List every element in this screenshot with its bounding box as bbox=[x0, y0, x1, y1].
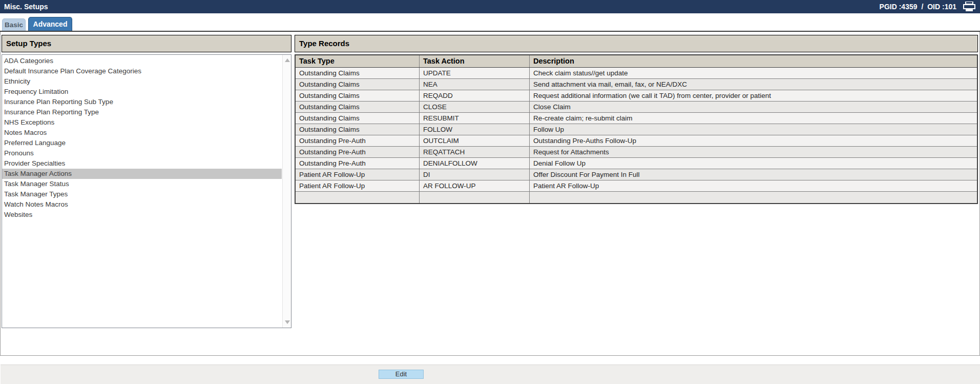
type-record-cell: Patient AR Follow-Up bbox=[296, 180, 420, 191]
content-area: Setup Types ADA CategoriesDefault Insura… bbox=[0, 32, 980, 356]
setup-types-list: ADA CategoriesDefault Insurance Plan Cov… bbox=[2, 56, 282, 220]
type-records-header: Type Records bbox=[295, 35, 978, 52]
type-record-cell: REQADD bbox=[420, 90, 530, 101]
tab-basic[interactable]: Basic bbox=[2, 18, 26, 31]
type-record-cell: Re-create claim; re-submit claim bbox=[530, 113, 977, 124]
type-record-cell: Close Claim bbox=[530, 102, 977, 112]
type-record-cell: Outstanding Claims bbox=[296, 113, 420, 124]
type-record-cell: Outstanding Claims bbox=[296, 102, 420, 112]
setup-type-item[interactable]: Task Manager Actions bbox=[2, 169, 282, 179]
type-record-cell: FOLLOW bbox=[420, 124, 530, 135]
type-record-row[interactable]: Patient AR Follow-UpAR FOLLOW-UPPatient … bbox=[296, 180, 977, 192]
setup-type-item[interactable]: Insurance Plan Reporting Sub Type bbox=[2, 97, 282, 107]
type-record-cell bbox=[296, 192, 420, 203]
type-record-row[interactable] bbox=[296, 192, 977, 203]
setup-type-item[interactable]: Preferred Language bbox=[2, 138, 282, 148]
type-record-row[interactable]: Outstanding Pre-AuthOUTCLAIMOutstanding … bbox=[296, 135, 977, 147]
printer-icon[interactable] bbox=[963, 2, 976, 12]
type-record-row[interactable]: Outstanding Pre-AuthREQATTACHRequest for… bbox=[296, 147, 977, 158]
column-header-description: Description bbox=[530, 55, 977, 67]
type-record-cell: Outstanding Claims bbox=[296, 124, 420, 135]
type-record-cell: Outstanding Claims bbox=[296, 90, 420, 101]
type-record-cell bbox=[420, 192, 530, 203]
setup-type-item[interactable]: Ethnicity bbox=[2, 76, 282, 87]
setup-types-listbox[interactable]: ADA CategoriesDefault Insurance Plan Cov… bbox=[2, 54, 291, 328]
oid-value: OID :101 bbox=[927, 3, 956, 11]
type-record-cell: Outstanding Claims bbox=[296, 68, 420, 78]
setup-type-item[interactable]: Default Insurance Plan Coverage Categori… bbox=[2, 66, 282, 76]
type-record-cell: Send attachment via mail, email, fax, or… bbox=[530, 79, 977, 90]
session-ids: PGID :4359 / OID :101 bbox=[879, 3, 957, 11]
scroll-up-icon[interactable] bbox=[285, 58, 290, 62]
type-record-cell: Request for Attachments bbox=[530, 147, 977, 157]
type-record-cell: Denial Follow Up bbox=[530, 158, 977, 169]
type-record-cell: RESUBMIT bbox=[420, 113, 530, 124]
setup-type-item[interactable]: Watch Notes Macros bbox=[2, 199, 282, 210]
scroll-down-icon[interactable] bbox=[285, 320, 290, 324]
setup-type-item[interactable]: NHS Exceptions bbox=[2, 117, 282, 128]
setup-types-header: Setup Types bbox=[2, 35, 291, 52]
type-record-cell: NEA bbox=[420, 79, 530, 90]
setup-type-item[interactable]: Task Manager Types bbox=[2, 189, 282, 199]
type-record-row[interactable]: Outstanding ClaimsNEASend attachment via… bbox=[296, 79, 977, 90]
type-records-table: Task Type Task Action Description Outsta… bbox=[295, 54, 978, 204]
type-record-cell: Offer Discount For Payment In Full bbox=[530, 169, 977, 180]
top-bar: Misc. Setups PGID :4359 / OID :101 bbox=[0, 0, 980, 13]
type-record-row[interactable]: Outstanding ClaimsRESUBMITRe-create clai… bbox=[296, 113, 977, 124]
tab-strip: Basic Advanced bbox=[0, 13, 980, 32]
type-record-cell: REQATTACH bbox=[420, 147, 530, 157]
listbox-scrollbar[interactable] bbox=[282, 55, 291, 328]
type-record-cell: Patient AR Follow-Up bbox=[530, 180, 977, 191]
type-record-cell: Check claim status//get update bbox=[530, 68, 977, 78]
type-record-cell: DENIALFOLLOW bbox=[420, 158, 530, 169]
setup-type-item[interactable]: Task Manager Status bbox=[2, 179, 282, 189]
type-record-row[interactable]: Outstanding ClaimsCLOSEClose Claim bbox=[296, 102, 977, 113]
type-record-cell: Outstanding Pre-Auths Follow-Up bbox=[530, 135, 977, 146]
type-record-cell: Outstanding Claims bbox=[296, 79, 420, 90]
setup-type-item[interactable]: Provider Specialties bbox=[2, 158, 282, 169]
type-record-cell: Outstanding Pre-Auth bbox=[296, 158, 420, 169]
edit-button[interactable]: Edit bbox=[379, 370, 424, 379]
setup-type-item[interactable]: Frequency Limitation bbox=[2, 87, 282, 97]
type-record-cell: Request additional information (we call … bbox=[530, 90, 977, 101]
type-record-cell: Outstanding Pre-Auth bbox=[296, 135, 420, 146]
setup-type-item[interactable]: Insurance Plan Reporting Type bbox=[2, 107, 282, 117]
table-body: Outstanding ClaimsUPDATECheck claim stat… bbox=[296, 68, 977, 203]
footer-bar: Edit bbox=[1, 365, 980, 384]
type-record-row[interactable]: Outstanding Pre-AuthDENIALFOLLOWDenial F… bbox=[296, 158, 977, 169]
setup-type-item[interactable]: ADA Categories bbox=[2, 56, 282, 66]
table-header-row: Task Type Task Action Description bbox=[296, 55, 977, 68]
column-header-task-action: Task Action bbox=[420, 55, 530, 67]
type-record-cell: UPDATE bbox=[420, 68, 530, 78]
page-title: Misc. Setups bbox=[4, 3, 48, 11]
setup-type-item[interactable]: Notes Macros bbox=[2, 128, 282, 138]
tab-advanced[interactable]: Advanced bbox=[28, 17, 72, 31]
type-record-row[interactable]: Outstanding ClaimsFOLLOWFollow Up bbox=[296, 124, 977, 135]
type-record-cell: AR FOLLOW-UP bbox=[420, 180, 530, 191]
type-record-cell: DI bbox=[420, 169, 530, 180]
type-record-cell: Patient AR Follow-Up bbox=[296, 169, 420, 180]
type-record-row[interactable]: Outstanding ClaimsREQADDRequest addition… bbox=[296, 90, 977, 102]
setup-type-item[interactable]: Websites bbox=[2, 210, 282, 220]
type-record-row[interactable]: Outstanding ClaimsUPDATECheck claim stat… bbox=[296, 68, 977, 79]
setup-type-item[interactable]: Pronouns bbox=[2, 148, 282, 158]
type-record-cell: Follow Up bbox=[530, 124, 977, 135]
type-record-cell: OUTCLAIM bbox=[420, 135, 530, 146]
type-record-row[interactable]: Patient AR Follow-UpDIOffer Discount For… bbox=[296, 169, 977, 180]
pgid-value: PGID :4359 bbox=[880, 3, 918, 11]
id-separator: / bbox=[921, 3, 923, 11]
column-header-task-type: Task Type bbox=[296, 55, 420, 67]
type-record-cell: CLOSE bbox=[420, 102, 530, 112]
type-record-cell bbox=[530, 192, 977, 203]
type-record-cell: Outstanding Pre-Auth bbox=[296, 147, 420, 157]
